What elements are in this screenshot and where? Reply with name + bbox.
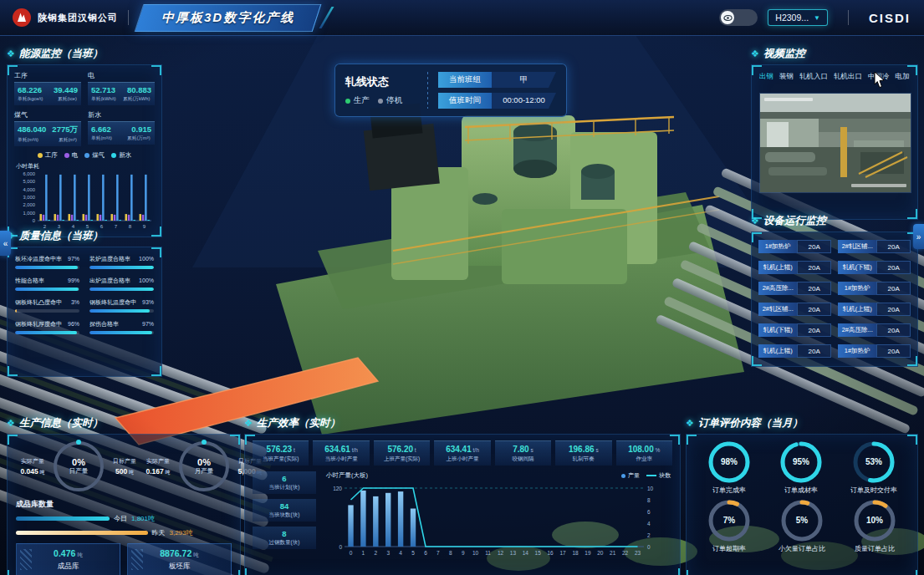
state-label: 生产 — [354, 95, 370, 106]
visibility-toggle[interactable] — [719, 9, 758, 26]
diamond-icon: ❖ — [7, 48, 15, 59]
diamond-icon: ❖ — [751, 48, 759, 59]
svg-text:1,000: 1,000 — [23, 211, 35, 216]
svg-text:5%: 5% — [796, 516, 809, 525]
quality-percent: 97% — [142, 321, 154, 327]
quality-item-row: 钢板终轧厚度命中96% — [15, 320, 79, 328]
svg-text:16: 16 — [547, 550, 554, 556]
energy-chart-title: 小时单耗 — [16, 162, 155, 170]
production-gauge-group: 实际产量0.045 吨0%日产量目标产量500 吨 — [16, 441, 141, 491]
quality-bar-fill — [15, 288, 79, 291]
device-name: 2#高压除... — [838, 323, 876, 337]
camera-tab[interactable]: 装钢 — [779, 72, 794, 84]
quality-item: 装炉温度合格率100% — [89, 255, 154, 269]
company-name: 陕钢集团汉钢公司 — [38, 12, 118, 24]
device-item[interactable]: 1#加热炉20A — [838, 344, 911, 358]
production-panel-title-text: 生产信息（实时） — [19, 416, 103, 430]
gauge-actual-stat: 实际产量0.045 吨 — [16, 457, 49, 476]
stock-card-label: 成品库 — [17, 562, 120, 572]
energy-card: 电52.71380.883单耗(kWh/t)累耗(万kWh) — [88, 71, 155, 105]
svg-text:15: 15 — [535, 550, 542, 556]
side-card-label: 当班计划(块) — [253, 484, 316, 491]
energy-unit: 单耗(kgce/t) — [18, 95, 43, 103]
order-donut-label: 订单超期率 — [712, 544, 746, 553]
quality-item: 钢板终轧凸度命中3% — [15, 298, 79, 313]
svg-text:4: 4 — [399, 550, 402, 556]
device-item[interactable]: 2#高压除...20A — [758, 282, 831, 295]
stat-unit: 吨 — [164, 470, 171, 475]
quality-item-row: 钢板终轧凸度命中3% — [15, 298, 79, 307]
legend-label: 工序 — [45, 151, 58, 160]
camera-tab[interactable]: 电加热 — [896, 72, 911, 84]
energy-chart-svg: 6,0005,0004,0003,0002,0001,000023456789 — [14, 170, 156, 234]
svg-text:11: 11 — [485, 550, 491, 556]
page-title-plate: 中厚板3D数字化产线 — [135, 4, 322, 32]
energy-card-name: 新水 — [88, 110, 155, 120]
device-grid: 1#加热炉20A2#轧区辅...20A轧机(上辊)20A轧机(下辊)20A2#高… — [758, 240, 911, 358]
efficiency-stat-value: 196.86 s — [555, 445, 611, 454]
order-donut-label: 小欠量订单占比 — [779, 544, 825, 553]
device-item[interactable]: 2#高压除...20A — [838, 323, 911, 337]
legend-label: 电 — [72, 151, 79, 160]
order-donut: 5%小欠量订单占比 — [779, 498, 825, 553]
energy-card-values: 6.6620.915 — [91, 125, 151, 134]
order-donut: 95%订单成材率 — [779, 440, 824, 495]
camera-tab[interactable]: 轧机出口 — [834, 72, 862, 84]
svg-text:10: 10 — [647, 486, 654, 491]
energy-value: 486.040 — [18, 125, 46, 135]
efficiency-stat-label: 上班小时产量 — [434, 455, 490, 463]
quality-bar-track — [15, 266, 79, 269]
camera-tab[interactable]: 轧机入口 — [799, 72, 828, 84]
device-item[interactable]: 轧机(下辊)20A — [838, 261, 911, 274]
quality-info-panel: ❖ 质量信息（当班） 板坯冷温度命中率97%装炉温度合格率100%性能合格率99… — [7, 229, 162, 377]
svg-text:6: 6 — [424, 550, 427, 556]
device-item[interactable]: 2#轧区辅...20A — [758, 303, 831, 316]
efficiency-side-stats: 6当班计划(块)84当班块数(块)8过钢数量(块) — [253, 471, 316, 567]
svg-text:2: 2 — [43, 223, 47, 229]
device-item[interactable]: 1#加热炉20A — [838, 282, 911, 295]
side-card-label: 过钢数量(块) — [253, 539, 316, 547]
quality-bar-fill — [89, 288, 154, 291]
video-panel-title: ❖ 视频监控 — [751, 47, 918, 61]
state-dot-icon — [378, 99, 383, 104]
camera-tab[interactable]: 出钢 — [759, 72, 773, 84]
quality-item: 出炉温度合格率100% — [89, 277, 154, 291]
quality-bar-fill — [15, 266, 78, 269]
svg-text:14: 14 — [523, 550, 529, 556]
efficiency-stat-card: 576.23 t当班产量(实际) — [253, 440, 309, 466]
right-collapse-handle[interactable]: » — [913, 224, 924, 249]
energy-cards: 工序68.22639.449单耗(kgce/t)累耗(tce)电52.71380… — [14, 71, 155, 146]
video-thumbnail[interactable] — [759, 93, 911, 193]
svg-text:12: 12 — [498, 550, 504, 556]
energy-card-values: 52.71380.883 — [91, 85, 151, 94]
svg-text:3: 3 — [386, 550, 390, 556]
quality-item-row: 钢板终轧温度命中93% — [89, 298, 154, 307]
legend-dot-icon — [38, 153, 43, 158]
camera-tabs: 出钢装钢轧机入口轧机出口中间冷电加热 — [759, 72, 910, 84]
efficiency-panel: ❖ 生产效率（实时） 576.23 t当班产量(实际)634.61 t/h当班小… — [244, 416, 681, 575]
device-current-value: 20A — [797, 282, 831, 295]
device-item[interactable]: 轧机(上辊)20A — [758, 261, 831, 274]
device-item[interactable]: 轧机(上辊)20A — [758, 344, 831, 358]
top-bar: 陕钢集团汉钢公司 中厚板3D数字化产线 H2309... ▼ CISDI — [0, 0, 924, 36]
line-status-panel: 轧线状态 生产停机 当前班组甲值班时间00:00-12:00 — [334, 64, 567, 117]
svg-text:6: 6 — [647, 509, 651, 515]
device-name: 2#高压除... — [758, 282, 797, 295]
chevron-down-icon: ▼ — [814, 14, 820, 22]
energy-card: 煤气486.0402775万单耗(m³/t)累耗(m³) — [14, 110, 81, 146]
energy-unit: 累耗(万m³) — [127, 135, 151, 142]
device-item[interactable]: 1#加热炉20A — [758, 240, 831, 253]
quality-bar-track — [89, 331, 154, 334]
order-donut-label: 订单完成率 — [712, 486, 746, 495]
device-item[interactable]: 2#轧区辅...20A — [838, 240, 911, 253]
efficiency-stats: 576.23 t当班产量(实际)634.61 t/h当班小时产量576.20 t… — [253, 440, 672, 466]
left-collapse-handle[interactable]: « — [0, 231, 11, 256]
device-item[interactable]: 轧机(下辊)20A — [758, 323, 831, 337]
legend-label: 煤气 — [92, 151, 105, 160]
stock-card: 0.476吨成品库 — [16, 543, 120, 575]
legend-label: 产量 — [628, 471, 640, 480]
heat-number-select[interactable]: H2309... ▼ — [768, 9, 828, 26]
device-item[interactable]: 轧机(上辊)20A — [838, 303, 911, 316]
donut-ring: 10% — [852, 498, 897, 543]
energy-value: 80.883 — [127, 85, 151, 94]
